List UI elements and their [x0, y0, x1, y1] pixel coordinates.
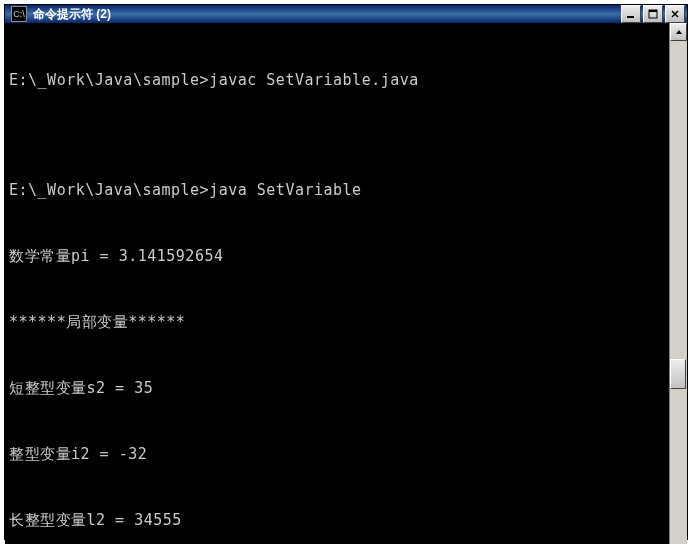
window-title: 命令提示符 (2) [31, 6, 619, 23]
terminal-output[interactable]: E:\_Work\Java\sample>javac SetVariable.j… [5, 23, 669, 544]
minimize-button[interactable] [621, 5, 641, 23]
app-icon: C:\ [11, 6, 27, 22]
maximize-icon [648, 9, 658, 19]
content-area: E:\_Work\Java\sample>javac SetVariable.j… [5, 23, 687, 544]
svg-rect-0 [627, 16, 634, 18]
maximize-button[interactable] [643, 5, 663, 23]
terminal-line: 数学常量pi = 3.141592654 [9, 245, 665, 267]
window-controls [619, 5, 685, 23]
close-icon [670, 9, 680, 19]
svg-rect-2 [649, 10, 657, 12]
titlebar[interactable]: C:\ 命令提示符 (2) [5, 5, 687, 23]
close-button[interactable] [665, 5, 685, 23]
terminal-line: 短整型变量s2 = 35 [9, 377, 665, 399]
terminal-line: 整型变量i2 = -32 [9, 443, 665, 465]
minimize-icon [626, 9, 636, 19]
terminal-line: ******局部变量****** [9, 311, 665, 333]
command-prompt-window: C:\ 命令提示符 (2) E:\_Work\Java\sample>javac… [4, 4, 688, 540]
terminal-line: E:\_Work\Java\sample>java SetVariable [9, 179, 665, 201]
arrow-up-icon [675, 28, 683, 36]
scroll-thumb-vertical[interactable] [670, 359, 686, 389]
scroll-track-vertical[interactable] [670, 41, 687, 544]
vertical-scrollbar[interactable] [669, 23, 687, 544]
terminal-line: 长整型变量l2 = 34555 [9, 509, 665, 531]
terminal-line: E:\_Work\Java\sample>javac SetVariable.j… [9, 69, 665, 91]
scroll-up-button[interactable] [670, 23, 687, 41]
